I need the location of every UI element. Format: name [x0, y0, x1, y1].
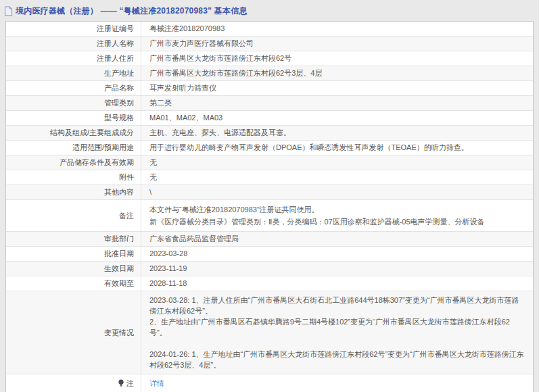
page-header: 境内医疗器械（注册） —— “粤械注准20182070983” 基本信息 [0, 0, 539, 21]
change-paragraph: 2023-03-28: 1、注册人住所由“广州市番禺区大石街石北工业路644号1… [149, 295, 526, 316]
row-value: 2023-03-28 [141, 247, 533, 261]
row-label: 审批部门 [6, 232, 141, 246]
bulb-icon [118, 379, 124, 388]
row-value: 第二类 [141, 96, 533, 110]
row-label: 备注 [6, 200, 141, 231]
row-structure-composition: 结构及组成/主要组成成分 主机、充电座、探头、电源适配器及耳塞。 [6, 126, 533, 141]
row-label: 变更情况 [6, 291, 141, 374]
row-label: 注 [6, 374, 141, 392]
row-approval-department: 审批部门 广东省食品药品监督管理局 [6, 232, 533, 247]
row-label: 适用范围/预期用途 [6, 141, 141, 155]
info-table: 注册证编号 粤械注准20182070983 注册人名称 广州市麦力声医疗器械有限… [5, 21, 534, 392]
row-label: 产品名称 [6, 81, 141, 95]
row-value: \ [141, 185, 533, 199]
row-storage-validity: 产品储存条件及有效期 无 [6, 155, 533, 170]
row-value: 无 [141, 170, 533, 185]
row-label: 产品储存条件及有效期 [6, 155, 141, 170]
change-paragraph: 2、生产地址由“广州市番禺区石碁镇华腾路9号二期4号楼102”变更为“广州市番禺… [149, 316, 526, 338]
document-icon [4, 6, 13, 16]
note-label: 注 [126, 378, 134, 389]
row-other-content: 其他内容 \ [6, 185, 533, 200]
remark-line: 本文件与“粤械注准20182070983”注册证共同使用。 [149, 203, 526, 216]
details-link[interactable]: 详情 [149, 378, 164, 389]
remark-line: 新《医疗器械分类目录》管理类别：Ⅱ类，分类编码：07医用诊察和监护器械-05电声… [149, 216, 526, 228]
row-value: 粤械注准20182070983 [141, 22, 533, 36]
row-model-spec: 型号规格 MA01、MA02、MA03 [6, 111, 533, 126]
row-value: 2023-11-19 [141, 262, 533, 276]
row-value: 本文件与“粤械注准20182070983”注册证共同使用。 新《医疗器械分类目录… [141, 200, 533, 231]
row-value: 详情 [141, 374, 533, 392]
row-label: 管理类别 [6, 96, 141, 110]
row-label: 型号规格 [6, 111, 141, 125]
row-label: 生产地址 [6, 66, 141, 80]
row-value: 广州市番禺区大龙街市莲路傍江东村段62号 [141, 51, 533, 66]
row-value: 广东省食品药品监督管理局 [141, 232, 533, 246]
row-value: 2023-03-28: 1、注册人住所由“广州市番禺区大石街石北工业路644号1… [141, 291, 533, 374]
row-label: 其他内容 [6, 185, 141, 199]
row-label: 附件 [6, 170, 141, 185]
row-registration-number: 注册证编号 粤械注准20182070983 [6, 22, 533, 36]
row-product-name: 产品名称 耳声发射听力筛查仪 [6, 81, 533, 96]
row-production-address: 生产地址 广州市番禺区大龙街市莲路傍江东村段62号3层、4层 [6, 66, 533, 81]
change-paragraph: 2024-01-26: 1、生产地址由“广州市番禺区大龙街市莲路傍江东村段62号… [149, 349, 526, 370]
row-attachment: 附件 无 [6, 170, 533, 185]
row-label: 注册人名称 [6, 36, 141, 51]
row-value: 主机、充电座、探头、电源适配器及耳塞。 [141, 126, 533, 140]
row-value: MA01、MA02、MA03 [141, 111, 533, 125]
row-value: 广州市麦力声医疗器械有限公司 [141, 36, 533, 51]
row-intended-use: 适用范围/预期用途 用于进行婴幼儿的畸变产物耳声发射（DPOAE）和瞬态诱发性耳… [6, 141, 533, 155]
row-value: 2028-11-18 [141, 276, 533, 291]
row-value: 无 [141, 155, 533, 170]
row-value: 广州市番禺区大龙街市莲路傍江东村段62号3层、4层 [141, 66, 533, 80]
row-expiry-date: 有效期至 2028-11-18 [6, 276, 533, 291]
row-label: 结构及组成/主要组成成分 [6, 126, 141, 140]
row-value: 耳声发射听力筛查仪 [141, 81, 533, 95]
row-label: 注册人住所 [6, 51, 141, 66]
row-registrant-name: 注册人名称 广州市麦力声医疗器械有限公司 [6, 36, 533, 51]
page-title: 境内医疗器械（注册） —— “粤械注准20182070983” 基本信息 [16, 5, 248, 17]
row-label: 生效日期 [6, 262, 141, 276]
row-remarks: 备注 本文件与“粤械注准20182070983”注册证共同使用。 新《医疗器械分… [6, 200, 533, 232]
row-label: 批准日期 [6, 247, 141, 261]
row-note: 注 详情 [6, 374, 533, 392]
row-registrant-address: 注册人住所 广州市番禺区大龙街市莲路傍江东村段62号 [6, 51, 533, 66]
page: 境内医疗器械（注册） —— “粤械注准20182070983” 基本信息 注册证… [0, 0, 539, 392]
row-value: 用于进行婴幼儿的畸变产物耳声发射（DPOAE）和瞬态诱发性耳声发射（TEOAE）… [141, 141, 533, 155]
row-change-history: 变更情况 2023-03-28: 1、注册人住所由“广州市番禺区大石街石北工业路… [6, 291, 533, 374]
row-label: 有效期至 [6, 276, 141, 291]
row-management-class: 管理类别 第二类 [6, 96, 533, 111]
row-label: 注册证编号 [6, 22, 141, 36]
row-effective-date: 生效日期 2023-11-19 [6, 262, 533, 276]
row-approval-date: 批准日期 2023-03-28 [6, 247, 533, 262]
